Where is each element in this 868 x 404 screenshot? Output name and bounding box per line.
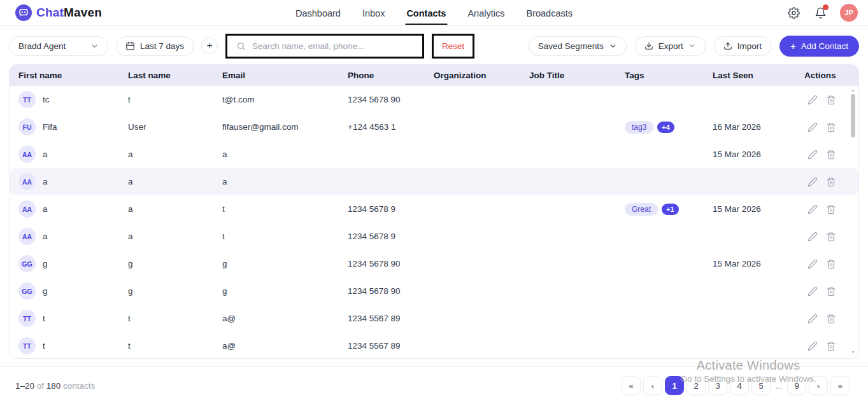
edit-pencil-icon[interactable] xyxy=(808,95,818,105)
table-row[interactable]: GG g g g 1234 5678 90 15 Mar 2026 xyxy=(10,250,858,277)
delete-trash-icon[interactable] xyxy=(826,314,836,324)
edit-pencil-icon[interactable] xyxy=(808,177,818,187)
chevron-down-icon xyxy=(90,42,99,50)
user-avatar[interactable]: JP xyxy=(840,4,858,22)
pagination-page-button[interactable]: 9 xyxy=(787,376,806,395)
pagination-nav-button[interactable]: › xyxy=(809,376,828,395)
cell-last-name: a xyxy=(128,150,222,159)
delete-trash-icon[interactable] xyxy=(826,286,836,296)
cell-first-name: TT tc xyxy=(18,91,128,108)
nav-item-contacts[interactable]: Contacts xyxy=(405,2,447,25)
nav-item-inbox[interactable]: Inbox xyxy=(361,2,386,25)
tag-chip[interactable]: tag3 xyxy=(625,121,653,134)
pagination-nav-button[interactable]: ‹ xyxy=(643,376,662,395)
cell-email: t xyxy=(222,204,348,214)
table-row[interactable]: TT tc t t@t.com 1234 5678 90 xyxy=(10,86,858,113)
column-header: Phone xyxy=(348,71,434,80)
scrollbar-thumb[interactable] xyxy=(851,94,855,137)
table-row[interactable]: AA a a t 1234 5678 9 xyxy=(10,223,858,250)
pagination-page-button[interactable]: 3 xyxy=(708,376,727,395)
pagination-nav-button[interactable]: « xyxy=(622,376,641,395)
cell-phone: 1234 5567 89 xyxy=(348,341,434,351)
reset-button[interactable]: Reset xyxy=(434,36,473,57)
export-dropdown[interactable]: Export xyxy=(635,36,706,56)
agent-select[interactable]: Bradd Agent xyxy=(9,36,108,56)
first-name-text: g xyxy=(43,259,48,268)
table-row[interactable]: AA a a t 1234 5678 9 Great+1 15 Mar 2026 xyxy=(10,195,858,223)
add-filter-button[interactable]: + xyxy=(201,38,218,54)
scroll-up-icon[interactable]: ▲ xyxy=(851,88,855,92)
delete-trash-icon[interactable] xyxy=(826,259,836,269)
delete-trash-icon[interactable] xyxy=(826,204,836,214)
brand-logo[interactable]: ChatMaven xyxy=(15,4,102,21)
delete-trash-icon[interactable] xyxy=(826,95,836,105)
table-row[interactable]: GG g g g 1234 5678 90 xyxy=(10,277,858,305)
scroll-down-icon[interactable]: ▼ xyxy=(851,350,855,354)
add-contact-label: Add Contact xyxy=(801,41,848,51)
cell-email: g xyxy=(222,286,348,296)
calendar-icon xyxy=(125,41,135,51)
edit-pencil-icon[interactable] xyxy=(808,150,818,160)
edit-pencil-icon[interactable] xyxy=(808,122,818,132)
nav-item-broadcasts[interactable]: Broadcasts xyxy=(525,2,574,25)
table-row[interactable]: FU Fifa User fifauser@gmail.com +124 456… xyxy=(10,113,858,141)
cell-email: a@ xyxy=(222,314,348,323)
settings-gear-icon[interactable] xyxy=(786,6,800,20)
delete-trash-icon[interactable] xyxy=(826,150,836,160)
tag-chip[interactable]: Great xyxy=(625,203,658,216)
cell-last-name: t xyxy=(128,341,222,351)
pagination-nav-button[interactable]: » xyxy=(830,376,850,395)
delete-trash-icon[interactable] xyxy=(826,122,836,132)
contact-avatar: TT xyxy=(18,91,36,108)
contact-avatar: GG xyxy=(18,255,36,272)
pagination-page-button[interactable]: 1 xyxy=(665,376,684,395)
contact-avatar: AA xyxy=(18,228,36,245)
table-row[interactable]: TT t t a@ 1234 5567 89 xyxy=(10,332,858,359)
pagination-page-button[interactable]: 4 xyxy=(730,376,749,395)
edit-pencil-icon[interactable] xyxy=(808,314,818,324)
cell-email: a xyxy=(222,150,348,159)
table-scrollbar[interactable]: ▲ ▼ xyxy=(850,88,857,354)
cell-last-name: g xyxy=(128,286,222,296)
search-input[interactable] xyxy=(252,41,413,51)
import-button[interactable]: Import xyxy=(714,36,771,56)
saved-segments-dropdown[interactable]: Saved Segments xyxy=(529,36,627,56)
add-contact-button[interactable]: + Add Contact xyxy=(779,36,859,57)
summary-unit: contacts xyxy=(60,381,95,391)
tag-count-badge[interactable]: +1 xyxy=(662,204,679,215)
delete-trash-icon[interactable] xyxy=(826,232,836,242)
pagination-page-button[interactable]: 5 xyxy=(751,376,771,395)
tag-count-badge[interactable]: +4 xyxy=(657,122,674,133)
cell-first-name: GG g xyxy=(18,255,128,272)
first-name-text: Fifa xyxy=(43,122,57,132)
cell-last-seen: 15 Mar 2026 xyxy=(713,150,804,159)
cell-last-name: t xyxy=(128,95,222,104)
notifications-bell-icon[interactable] xyxy=(813,6,827,20)
edit-pencil-icon[interactable] xyxy=(808,204,818,214)
cell-first-name: TT t xyxy=(18,310,128,327)
edit-pencil-icon[interactable] xyxy=(808,286,818,296)
cell-last-name: a xyxy=(128,204,222,214)
delete-trash-icon[interactable] xyxy=(826,177,836,187)
summary-range: 1–20 xyxy=(15,381,34,391)
nav-item-analytics[interactable]: Analytics xyxy=(466,2,506,25)
table-row[interactable]: AA a a a 15 Mar 2026 xyxy=(10,141,858,168)
cell-last-seen: 16 Mar 2026 xyxy=(713,122,804,132)
cell-phone: 1234 5678 9 xyxy=(348,204,434,214)
pagination-page-button[interactable]: 2 xyxy=(687,376,706,395)
nav-item-dashboard[interactable]: Dashboard xyxy=(294,2,342,25)
delete-trash-icon[interactable] xyxy=(826,341,836,351)
table-row[interactable]: AA a a a xyxy=(10,168,858,195)
edit-pencil-icon[interactable] xyxy=(808,341,818,351)
table-header-row: First nameLast nameEmailPhoneOrganizatio… xyxy=(10,65,858,86)
cell-phone: 1234 5678 9 xyxy=(348,232,434,241)
edit-pencil-icon[interactable] xyxy=(808,259,818,269)
upload-icon xyxy=(723,41,732,50)
edit-pencil-icon[interactable] xyxy=(808,232,818,242)
contact-avatar: TT xyxy=(18,337,36,354)
contact-avatar: AA xyxy=(18,146,36,163)
cell-first-name: TT t xyxy=(18,337,128,354)
cell-last-name: t xyxy=(128,314,222,323)
table-row[interactable]: TT t t a@ 1234 5567 89 xyxy=(10,305,858,332)
date-range-button[interactable]: Last 7 days xyxy=(116,36,194,56)
